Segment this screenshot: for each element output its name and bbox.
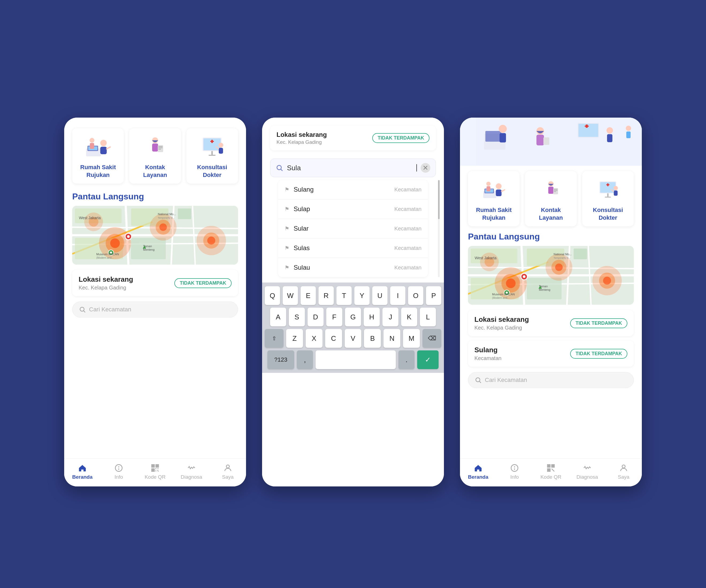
key-o[interactable]: O	[408, 286, 423, 305]
svg-text:Museum MACAN: Museum MACAN	[492, 293, 515, 296]
svg-rect-17	[211, 140, 213, 143]
key-a[interactable]: A	[270, 308, 286, 326]
key-z[interactable]: Z	[286, 329, 303, 348]
s2-loc-sub: Kec. Kelapa Gading	[276, 139, 327, 145]
card-kontak[interactable]: Kontak Layanan	[129, 128, 181, 183]
svg-point-80	[499, 125, 507, 133]
s3-nav-diagnosa[interactable]: Diagnosa	[569, 463, 605, 480]
home-icon	[78, 463, 87, 472]
key-k[interactable]: K	[401, 308, 417, 326]
key-p[interactable]: P	[426, 286, 441, 305]
s3-nav-kode-qr[interactable]: Kode QR	[533, 463, 569, 480]
card-rumah-sakit[interactable]: Rumah Sakit Rujukan	[72, 128, 124, 183]
key-comma[interactable]: ,	[297, 350, 313, 369]
keyboard-row-1: Q W E R T Y U I O P	[265, 286, 441, 305]
search-icon	[79, 306, 86, 313]
key-123[interactable]: ?123	[267, 350, 294, 369]
section-title-pantau: Pantau Langsung	[64, 189, 246, 206]
key-b[interactable]: B	[364, 329, 381, 348]
key-t[interactable]: T	[337, 286, 352, 305]
key-c[interactable]: C	[325, 329, 342, 348]
s3-card-konsultasi[interactable]: Konsultasi Dokter	[582, 171, 634, 226]
s3-loc-card-1[interactable]: Lokasi sekarang Kec. Kelapa Gading TIDAK…	[468, 310, 634, 336]
card-konsultasi[interactable]: Konsultasi Dokter	[186, 128, 238, 183]
key-shift[interactable]: ⇧	[265, 329, 283, 348]
key-x[interactable]: X	[306, 329, 322, 348]
s3-nav-saya[interactable]: Saya	[605, 463, 642, 480]
s3-nav-info[interactable]: Info	[496, 463, 533, 480]
s2-input[interactable]: Sula	[287, 164, 413, 172]
key-w[interactable]: W	[283, 286, 298, 305]
s3-kontak-illus	[535, 176, 567, 203]
key-l[interactable]: L	[420, 308, 436, 326]
s3-search-placeholder: Cari Kecamatan	[485, 377, 527, 383]
key-h[interactable]: H	[364, 308, 380, 326]
svg-rect-81	[500, 133, 506, 142]
person-icon	[223, 463, 232, 472]
svg-point-6	[89, 138, 94, 143]
s2-search-area[interactable]: Sula ✕	[270, 159, 436, 177]
result-sulas[interactable]: ⚑ Sulas Kecamatan	[278, 239, 428, 258]
location-badge: TIDAK TERDAMPAK	[174, 278, 232, 288]
key-period[interactable]: .	[398, 350, 415, 369]
key-space[interactable]	[316, 350, 396, 369]
key-d[interactable]: D	[308, 308, 323, 326]
s3-nav-beranda[interactable]: Beranda	[460, 463, 496, 480]
key-e[interactable]: E	[301, 286, 316, 305]
key-y[interactable]: Y	[354, 286, 369, 305]
key-v[interactable]: V	[345, 329, 361, 348]
s3-search-kecamatan[interactable]: Cari Kecamatan	[468, 372, 634, 388]
key-u[interactable]: U	[372, 286, 388, 305]
kontak-illustration	[139, 134, 171, 160]
nav-info[interactable]: Info	[101, 463, 137, 480]
key-s[interactable]: S	[289, 308, 305, 326]
svg-rect-114	[607, 193, 609, 197]
key-f[interactable]: F	[326, 308, 342, 326]
svg-rect-7	[90, 143, 94, 149]
card-rumah-sakit-label: Rumah Sakit Rujukan	[76, 164, 120, 179]
location-title: Lokasi sekarang	[79, 275, 133, 284]
svg-point-38	[110, 239, 120, 248]
nav-diagnosa[interactable]: Diagnosa	[173, 463, 210, 480]
result-sulap[interactable]: ⚑ Sulap Kecamatan	[278, 199, 428, 219]
result-sulau[interactable]: ⚑ Sulau Kecamatan	[278, 258, 428, 277]
clear-button[interactable]: ✕	[421, 163, 430, 173]
s3-card-rumah-sakit[interactable]: Rumah Sakit Rujukan	[468, 171, 520, 226]
svg-rect-11	[158, 146, 163, 147]
result-type-3: Kecamatan	[394, 225, 422, 232]
svg-line-98	[501, 190, 505, 192]
result-type-5: Kecamatan	[394, 265, 422, 271]
svg-rect-68	[157, 465, 158, 466]
key-enter[interactable]: ✓	[417, 350, 439, 369]
s3-map-view[interactable]: West Jakarta Museum MACAN (Modern and...…	[468, 246, 634, 305]
key-m[interactable]: M	[403, 329, 420, 348]
key-i[interactable]: I	[390, 286, 405, 305]
nav-kode-qr[interactable]: Kode QR	[137, 463, 173, 480]
key-q[interactable]: Q	[265, 286, 280, 305]
svg-text:West Jakarta: West Jakarta	[79, 216, 101, 220]
result-sular[interactable]: ⚑ Sular Kecamatan	[278, 219, 428, 239]
svg-rect-13	[158, 149, 161, 150]
flag-icon-1: ⚑	[284, 186, 289, 193]
key-j[interactable]: J	[383, 308, 398, 326]
s3-nav-diagnosa-label: Diagnosa	[577, 474, 598, 480]
svg-rect-90	[607, 134, 613, 142]
svg-point-48	[127, 235, 130, 238]
svg-point-89	[606, 127, 613, 134]
svg-rect-79	[485, 131, 501, 142]
nav-beranda[interactable]: Beranda	[64, 463, 101, 480]
nav-saya[interactable]: Saya	[210, 463, 246, 480]
map-view[interactable]: West Jakarta Museum MACAN (Modern and...…	[72, 206, 238, 265]
search-kecamatan[interactable]: Cari Kecamatan	[72, 301, 238, 318]
key-g[interactable]: G	[345, 308, 361, 326]
location-subtitle: Kec. Kelapa Gading	[79, 285, 133, 291]
s3-loc-card-2[interactable]: Sulang Kecamatan TIDAK TERDAMPAK	[468, 340, 634, 367]
key-n[interactable]: N	[384, 329, 400, 348]
result-sulang[interactable]: ⚑ Sulang Kecamatan	[278, 180, 428, 199]
svg-rect-112	[614, 191, 618, 196]
s3-card-kontak[interactable]: Kontak Layanan	[525, 171, 577, 226]
key-backspace[interactable]: ⌫	[423, 329, 441, 348]
svg-rect-88	[586, 125, 588, 128]
key-r[interactable]: R	[318, 286, 334, 305]
qr-icon	[151, 463, 160, 472]
